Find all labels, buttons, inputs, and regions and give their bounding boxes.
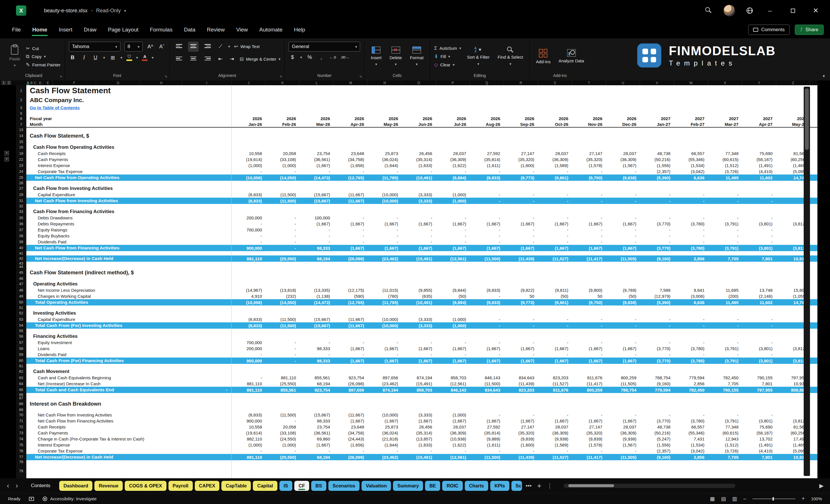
cell[interactable] [402,251,436,255]
cell[interactable] [470,181,504,185]
cell[interactable]: (9,833) [470,175,504,181]
cell[interactable]: (1,667) [470,346,504,351]
cell[interactable]: (1,667) [606,245,640,251]
scroll-right-icon[interactable]: ▶ [820,482,825,489]
sheet-tab-capex[interactable]: CAPEX [195,481,220,491]
cell[interactable]: Net Increase/(Decrease) in Cash Held [26,255,232,262]
cell[interactable]: 897,656 [334,387,368,393]
row-header[interactable]: 24 [16,168,26,175]
row-header[interactable]: 37 [16,227,26,233]
zoom-in-button[interactable]: + [802,496,805,502]
cell[interactable]: - [402,227,436,233]
cell[interactable]: - [538,412,572,418]
cell[interactable] [232,204,266,208]
cell[interactable]: 7,431 [674,436,708,442]
cell[interactable] [674,139,708,144]
cell[interactable] [232,139,266,144]
underline-caret-icon[interactable]: ▾ [103,56,105,60]
cell[interactable]: - [674,215,708,221]
cell[interactable]: (1,667) [504,346,538,351]
cell[interactable]: - [708,215,742,221]
cell[interactable]: - [402,215,436,221]
cell[interactable]: - [606,233,640,239]
cell[interactable] [572,251,606,255]
column-header-T[interactable]: T [572,81,606,85]
cell[interactable]: - [266,351,300,357]
cell[interactable]: (55,346) [674,430,708,436]
sheet-tab-sc[interactable]: Sc [511,481,522,491]
cell[interactable] [674,393,708,397]
cell[interactable]: - [334,233,368,239]
cell[interactable]: (50) [606,293,640,299]
delete-cells-button[interactable]: Delete ▾ [387,42,404,71]
cell[interactable] [538,204,572,208]
cell[interactable]: (3,770) [640,418,674,424]
cell[interactable]: (15,667) [300,192,334,198]
cell[interactable]: Cash Receipts [26,151,232,156]
row-header[interactable]: 57 [16,340,26,346]
cell[interactable]: (1,667) [606,346,640,351]
row-header[interactable]: 41 [16,251,26,255]
cell[interactable] [436,397,470,400]
cell[interactable] [470,460,504,464]
minimize-button[interactable]: – [764,7,776,14]
cell[interactable]: Corporate Tax Expense [26,448,232,454]
cell[interactable]: (11,527) [538,255,572,262]
cell[interactable] [742,397,776,400]
close-button[interactable]: ✕ [810,7,822,14]
cell[interactable] [300,269,334,276]
cell[interactable]: (11,795) [368,175,402,181]
cell[interactable]: (23,462) [368,255,402,262]
cell[interactable] [708,397,742,400]
cell[interactable] [232,333,266,340]
cell[interactable]: (10,938) [436,436,470,442]
cell[interactable]: - [402,351,436,357]
cell[interactable] [742,181,776,185]
cell[interactable]: (10,000) [368,192,402,198]
cell[interactable]: 26,456 [402,151,436,156]
cell[interactable]: (1,000) [436,322,470,329]
cell[interactable]: - [538,322,572,329]
cell[interactable]: - [572,215,606,221]
cell[interactable] [538,408,572,412]
cell[interactable] [436,408,470,412]
cell[interactable]: - [368,168,402,175]
cell[interactable]: (35,314) [402,156,436,162]
cell[interactable] [538,85,572,96]
cell[interactable]: (9,844) [436,287,470,293]
cell[interactable]: (3,801) [742,357,776,364]
menu-item-formulas[interactable]: Formulas [144,24,178,35]
cell[interactable] [674,185,708,192]
cell[interactable] [300,265,334,269]
cell[interactable]: 75,690 [742,424,776,430]
cell[interactable]: (3,801) [742,418,776,424]
wrap-text-button[interactable]: ↩Wrap Text [234,43,259,50]
paste-button[interactable]: Paste ▾ [7,42,22,71]
cell[interactable] [266,368,300,375]
cell[interactable] [708,269,742,276]
cell[interactable]: - [742,192,776,198]
cell[interactable] [26,204,232,208]
cell[interactable] [300,333,334,340]
cell[interactable]: (3,791) [708,346,742,351]
cell[interactable] [232,310,266,316]
cell[interactable]: (15,491) [402,381,436,387]
cell[interactable] [674,400,708,408]
cell[interactable]: (9,855) [402,287,436,293]
cell[interactable] [606,265,640,269]
cell[interactable]: (780) [368,293,402,299]
cell[interactable]: - [266,221,300,227]
cell[interactable]: (26,098) [334,454,368,460]
cell[interactable]: 28,037 [606,424,640,430]
cell[interactable] [538,306,572,310]
cell[interactable]: Fiscal year [26,116,232,122]
column-header-H[interactable]: H [140,81,182,85]
cell[interactable]: - [470,239,504,245]
cell[interactable]: (5,390) [640,299,674,306]
cell[interactable] [572,400,606,408]
row-header[interactable]: 65 [16,387,26,393]
cell[interactable] [742,111,776,116]
cell[interactable] [640,104,674,111]
cell[interactable]: 66,557 [674,151,708,156]
cell[interactable] [708,139,742,144]
